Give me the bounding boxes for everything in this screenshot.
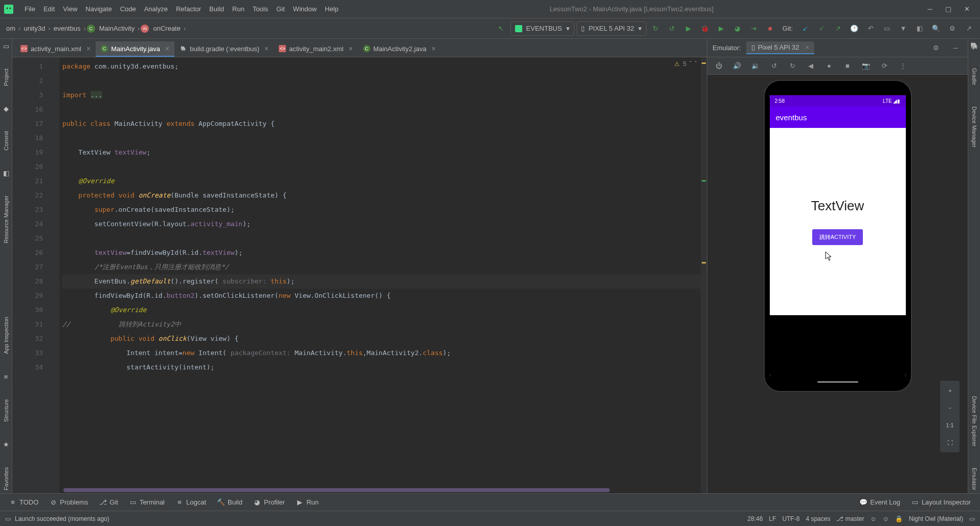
- stripe-commit[interactable]: Commit: [3, 128, 9, 154]
- warning-mark[interactable]: [702, 262, 706, 264]
- profiler-icon[interactable]: ◕: [730, 21, 745, 36]
- menu-navigate[interactable]: Navigate: [81, 3, 116, 15]
- tool-logcat[interactable]: ≡Logcat: [172, 496, 210, 508]
- emulator-viewport[interactable]: 2:58 LTE ◢▮ eventbus TextView 跳转ACTIVITY: [707, 75, 968, 493]
- close-icon[interactable]: ×: [86, 45, 91, 53]
- menu-git[interactable]: Git: [272, 3, 289, 15]
- overview-icon[interactable]: ■: [840, 59, 855, 73]
- chevron-up-icon[interactable]: ˆ: [689, 60, 692, 68]
- resource-icon[interactable]: ◧: [2, 169, 10, 177]
- home-icon[interactable]: ●: [822, 59, 836, 73]
- tool-run[interactable]: ▶Run: [292, 496, 323, 508]
- stripe-device-file-explorer[interactable]: Device File Explorer: [971, 393, 977, 449]
- line-separator[interactable]: LF: [769, 515, 776, 522]
- stripe-resource-manager[interactable]: Resource Manager: [3, 192, 9, 247]
- tool-terminal[interactable]: ▭Terminal: [125, 496, 169, 508]
- breadcrumb-item[interactable]: om: [4, 25, 17, 32]
- tab-build-gradle[interactable]: 🐘 build.gradle (:eventbus) ×: [174, 41, 274, 57]
- stripe-structure[interactable]: Structure: [3, 396, 9, 425]
- window-maximize-button[interactable]: ▢: [939, 2, 957, 16]
- run-config-dropdown[interactable]: EVENTBUS ▾: [510, 21, 574, 36]
- git-commit-icon[interactable]: ✓: [814, 21, 829, 36]
- emulated-device[interactable]: 2:58 LTE ◢▮ eventbus TextView 跳转ACTIVITY: [764, 80, 912, 392]
- back-icon[interactable]: ◀: [804, 59, 818, 73]
- git-rollback-icon[interactable]: ↶: [863, 21, 878, 36]
- stripe-app-inspection[interactable]: App Inspection: [3, 314, 9, 357]
- zoom-expand-button[interactable]: ⛶: [943, 436, 956, 449]
- back-icon[interactable]: ↖: [494, 21, 508, 36]
- stripe-gradle[interactable]: Gradle: [971, 65, 977, 88]
- attach-debugger-icon[interactable]: ⇥: [747, 21, 761, 36]
- tool-problems[interactable]: ⊘Problems: [46, 496, 92, 508]
- window-minimize-button[interactable]: ─: [921, 2, 939, 16]
- sync-icon[interactable]: ↻: [649, 21, 663, 36]
- device-dropdown[interactable]: ▯ PIXEL 5 API 32 ▾: [576, 21, 647, 36]
- warning-mark[interactable]: [702, 62, 706, 64]
- git-branch-widget[interactable]: ⎇ master: [836, 515, 864, 522]
- tool-layout-inspector[interactable]: ▭Layout Inspector: [907, 496, 975, 508]
- zoom-out-button[interactable]: －: [943, 401, 956, 414]
- menu-edit[interactable]: Edit: [39, 3, 59, 15]
- file-encoding[interactable]: UTF-8: [782, 515, 799, 522]
- minimize-icon[interactable]: ─: [948, 41, 963, 55]
- resource-manager-icon[interactable]: ◧: [912, 21, 927, 36]
- menu-file[interactable]: File: [20, 3, 39, 15]
- chevron-down-icon[interactable]: ˇ: [695, 60, 697, 68]
- jump-activity-button[interactable]: 跳转ACTIVITY: [812, 229, 863, 245]
- tab-activity-main-xml[interactable]: <> activity_main.xml ×: [15, 41, 96, 57]
- close-icon[interactable]: ×: [348, 45, 352, 53]
- sdk-manager-icon[interactable]: ▼: [896, 21, 910, 36]
- breadcrumb-item[interactable]: MainActivity: [97, 25, 137, 32]
- gradle-icon[interactable]: 🐘: [970, 42, 978, 50]
- close-icon[interactable]: ×: [806, 43, 810, 51]
- menu-run[interactable]: Run: [228, 3, 249, 15]
- volume-up-icon[interactable]: 🔊: [730, 59, 744, 73]
- tool-build[interactable]: 🔨Build: [213, 496, 247, 508]
- power-icon[interactable]: ⏻: [711, 59, 726, 73]
- theme-widget[interactable]: Night Owl (Material): [909, 515, 963, 522]
- search-icon[interactable]: 🔍: [929, 21, 943, 36]
- menu-refactor[interactable]: Refactor: [172, 3, 205, 15]
- more-icon[interactable]: ⋮: [896, 59, 910, 73]
- settings-icon[interactable]: ⚙: [929, 41, 943, 55]
- avd-manager-icon[interactable]: ▭: [880, 21, 894, 36]
- emulator-device-tab[interactable]: ▯ Pixel 5 API 32 ×: [746, 41, 815, 54]
- tool-event-log[interactable]: 💬Event Log: [856, 496, 904, 508]
- tool-profiler[interactable]: ◕Profiler: [250, 496, 289, 508]
- git-history-icon[interactable]: 🕐: [847, 21, 861, 36]
- menu-view[interactable]: View: [59, 3, 81, 15]
- close-icon[interactable]: ×: [165, 45, 169, 53]
- ide-notifications-icon[interactable]: ▭: [5, 515, 11, 522]
- indent-settings[interactable]: 4 spaces: [806, 515, 830, 522]
- breadcrumb-item[interactable]: onCreate: [151, 25, 182, 32]
- tab-activity-main2-xml[interactable]: <> activity_main2.xml ×: [274, 41, 358, 57]
- favorites-icon[interactable]: ★: [2, 441, 10, 449]
- notifications-icon[interactable]: ▭: [969, 515, 975, 522]
- code-error-stripe[interactable]: [701, 57, 707, 493]
- menu-build[interactable]: Build: [205, 3, 228, 15]
- rotate-left-icon[interactable]: ↺: [767, 59, 781, 73]
- commit-icon[interactable]: ◆: [2, 104, 10, 113]
- zoom-in-button[interactable]: ＋: [943, 384, 956, 397]
- horizontal-scrollbar[interactable]: [58, 488, 701, 493]
- home-indicator[interactable]: [817, 381, 858, 383]
- tool-git[interactable]: ⎇Git: [95, 496, 122, 508]
- close-icon[interactable]: ×: [432, 45, 436, 53]
- menu-tools[interactable]: Tools: [249, 3, 272, 15]
- notifications-icon[interactable]: ↗: [962, 21, 976, 36]
- rotate-right-icon[interactable]: ↻: [785, 59, 799, 73]
- close-icon[interactable]: ×: [264, 45, 269, 53]
- settings-icon[interactable]: ⚙: [945, 21, 960, 36]
- tab-main-activity-java[interactable]: C MainActivity.java ×: [96, 41, 174, 57]
- menu-analyze[interactable]: Analyze: [140, 3, 172, 15]
- scrollbar-thumb[interactable]: [63, 488, 610, 492]
- stop-icon[interactable]: ■: [763, 21, 777, 36]
- stripe-favorites[interactable]: Favorites: [3, 464, 9, 493]
- code-editor[interactable]: 1231617181920212223242526272829303132333…: [12, 57, 707, 493]
- lock-icon[interactable]: 🔒: [895, 515, 903, 522]
- screenshot-icon[interactable]: 📷: [859, 59, 873, 73]
- menu-window[interactable]: Window: [289, 3, 321, 15]
- git-update-icon[interactable]: ↙: [798, 21, 812, 36]
- app-content-area[interactable]: TextView 跳转ACTIVITY: [770, 128, 906, 315]
- zoom-fit-button[interactable]: 1:1: [943, 419, 956, 432]
